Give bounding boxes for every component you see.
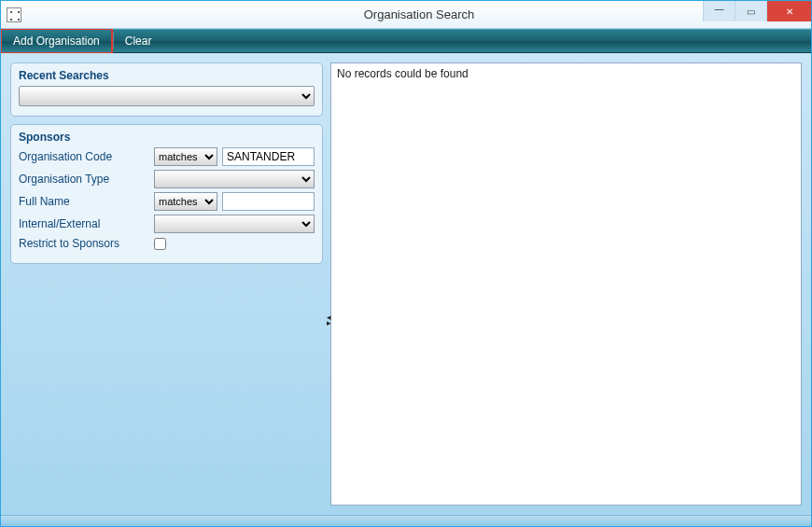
org-type-select[interactable] — [154, 170, 315, 188]
splitter-handle[interactable]: ◂▸ — [327, 314, 331, 326]
org-code-label: Organisation Code — [19, 150, 149, 163]
full-name-row: Full Name matches — [19, 192, 315, 211]
clear-button[interactable]: Clear — [114, 30, 163, 52]
sponsors-title: Sponsors — [19, 131, 315, 144]
window-controls: — ▭ ✕ — [703, 1, 811, 21]
window-title: Organisation Search — [27, 7, 811, 21]
results-panel: No records could be found — [330, 62, 802, 506]
titlebar: Organisation Search — ▭ ✕ — [1, 1, 811, 29]
app-icon — [7, 7, 21, 22]
int-ext-row: Internal/External — [19, 215, 315, 233]
maximize-button[interactable]: ▭ — [735, 1, 766, 21]
full-name-input[interactable] — [222, 192, 315, 211]
org-code-row: Organisation Code matches — [19, 147, 315, 166]
toolbar: Add Organisation Clear — [1, 29, 811, 53]
recent-searches-select[interactable] — [19, 86, 315, 106]
restrict-checkbox[interactable] — [154, 238, 166, 250]
restrict-label: Restrict to Sponsors — [19, 237, 149, 250]
int-ext-select[interactable] — [154, 215, 315, 233]
org-code-operator[interactable]: matches — [154, 147, 217, 166]
recent-searches-panel: Recent Searches — [10, 62, 323, 117]
client-area: Recent Searches Sponsors Organisation Co… — [1, 53, 811, 515]
minimize-button[interactable]: — — [703, 1, 735, 21]
sponsors-panel: Sponsors Organisation Code matches Organ… — [10, 124, 323, 264]
int-ext-label: Internal/External — [19, 217, 149, 230]
add-organisation-button[interactable]: Add Organisation — [2, 30, 111, 52]
add-organisation-highlight: Add Organisation — [0, 28, 113, 54]
recent-searches-title: Recent Searches — [19, 69, 315, 82]
search-criteria-column: Recent Searches Sponsors Organisation Co… — [10, 62, 323, 506]
bottom-bar — [1, 515, 811, 526]
org-code-input[interactable] — [222, 147, 315, 166]
org-type-label: Organisation Type — [19, 173, 149, 186]
full-name-label: Full Name — [19, 195, 149, 208]
close-button[interactable]: ✕ — [766, 1, 811, 21]
full-name-operator[interactable]: matches — [154, 192, 217, 211]
org-type-row: Organisation Type — [19, 170, 315, 188]
results-message: No records could be found — [337, 67, 469, 80]
restrict-row: Restrict to Sponsors — [19, 237, 315, 250]
